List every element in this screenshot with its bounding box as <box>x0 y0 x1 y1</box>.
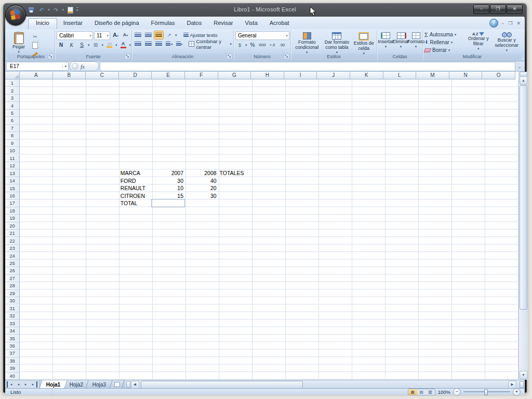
shrink-font-button[interactable]: A▾ <box>121 31 130 39</box>
tab-insertar[interactable]: Insertar <box>58 18 88 29</box>
insert-cells-button[interactable]: Insertar▾ <box>379 31 393 49</box>
sheet-cells[interactable]: MARCA20072008TOTALESFORD3040RENAULT1020C… <box>20 79 518 380</box>
increase-indent-icon[interactable]: ▸ <box>175 40 184 48</box>
column-header-E[interactable]: E <box>152 72 185 79</box>
workbook-restore-button[interactable]: ❐ <box>508 21 513 26</box>
tab-vista[interactable]: Vista <box>240 18 263 29</box>
tab-acrobat[interactable]: Acrobat <box>264 18 295 29</box>
row-header-6[interactable]: 6 <box>5 117 20 124</box>
orientation-icon[interactable]: ↗ <box>165 31 174 39</box>
row-header-28[interactable]: 28 <box>5 282 20 289</box>
font-color-icon[interactable]: A <box>119 41 128 49</box>
row-header-10[interactable]: 10 <box>5 147 20 154</box>
prev-sheet-icon[interactable]: ◂ <box>15 381 22 388</box>
cell-E15[interactable]: 10 <box>152 184 185 192</box>
format-as-table-button[interactable]: Dar formato como tabla▾ <box>323 31 352 56</box>
align-middle-icon[interactable] <box>144 31 153 39</box>
column-header-D[interactable]: D <box>119 72 152 79</box>
borders-icon[interactable]: ⊞ <box>91 41 100 49</box>
row-header-12[interactable]: 12 <box>5 162 20 169</box>
currency-format-icon[interactable]: $ <box>235 41 244 49</box>
cell-F14[interactable]: 40 <box>185 177 218 184</box>
column-header-B[interactable]: B <box>53 72 86 79</box>
decrease-indent-icon[interactable]: ◂ <box>165 40 174 48</box>
cell-styles-button[interactable]: Estilos de celda▾ <box>352 31 375 56</box>
column-header-A[interactable]: A <box>20 72 53 79</box>
zoom-slider[interactable] <box>463 391 510 392</box>
row-header-5[interactable]: 5 <box>5 110 20 117</box>
vertical-scroll-thumb[interactable] <box>520 85 527 310</box>
column-header-C[interactable]: C <box>86 72 119 79</box>
column-header-G[interactable]: G <box>218 72 251 79</box>
clear-button[interactable]: Borrar▾ <box>424 47 463 54</box>
percent-style-icon[interactable]: % <box>248 41 257 49</box>
find-select-button[interactable]: Buscar y seleccionar▾ <box>494 31 520 54</box>
row-header-9[interactable]: 9 <box>5 140 20 147</box>
align-center-icon[interactable] <box>144 40 153 48</box>
increase-decimal-icon[interactable]: +.0 <box>268 41 277 49</box>
row-header-27[interactable]: 27 <box>5 275 20 282</box>
column-header-J[interactable]: J <box>317 72 350 79</box>
borders-dropdown-icon[interactable]: ▾ <box>102 43 104 47</box>
cell-F15[interactable]: 20 <box>185 184 218 192</box>
cell-D16[interactable]: CITROEN <box>119 192 152 200</box>
column-header-O[interactable]: O <box>482 72 515 79</box>
row-header-14[interactable]: 14 <box>5 177 20 184</box>
zoom-level[interactable]: 100% <box>438 389 450 395</box>
help-icon[interactable]: ? <box>489 19 498 28</box>
row-header-2[interactable]: 2 <box>5 87 20 94</box>
next-sheet-icon[interactable]: ▸ <box>22 381 29 388</box>
row-header-26[interactable]: 26 <box>5 267 20 274</box>
scroll-left-icon[interactable]: ◀ <box>131 381 139 389</box>
zoom-out-icon[interactable]: − <box>453 388 461 396</box>
row-header-24[interactable]: 24 <box>5 252 20 259</box>
row-header-18[interactable]: 18 <box>5 207 20 215</box>
tab-inicio[interactable]: Inicio <box>28 18 57 29</box>
close-button[interactable]: ✕ <box>507 5 523 14</box>
dialog-launcher-alineacion[interactable] <box>227 54 232 59</box>
align-right-icon[interactable] <box>154 40 163 48</box>
row-header-3[interactable]: 3 <box>5 95 20 102</box>
row-header-11[interactable]: 11 <box>5 155 20 162</box>
conditional-formatting-button[interactable]: Formato condicional▾ <box>292 31 322 56</box>
expand-formula-bar-icon[interactable]: ⌄ <box>515 64 524 69</box>
row-header-32[interactable]: 32 <box>5 312 20 320</box>
row-header-16[interactable]: 16 <box>5 192 20 200</box>
row-header-25[interactable]: 25 <box>5 260 20 267</box>
cell-D13[interactable]: MARCA <box>119 169 152 177</box>
title-bar[interactable]: ↶ ▾ ↷ ▾ ▾ Libro1 - Microsoft Excel − ❐ ✕ <box>3 3 527 17</box>
row-header-38[interactable]: 38 <box>5 357 20 365</box>
tab-datos[interactable]: Datos <box>181 18 207 29</box>
fill-color-dropdown-icon[interactable]: ▾ <box>115 43 117 47</box>
row-header-36[interactable]: 36 <box>5 342 20 350</box>
tab-fórmulas[interactable]: Fórmulas <box>145 18 181 29</box>
row-header-40[interactable]: 40 <box>5 373 20 380</box>
font-color-dropdown-icon[interactable]: ▾ <box>129 43 131 47</box>
font-name-select[interactable]: Calibri▾ <box>57 31 93 40</box>
align-top-icon[interactable] <box>134 31 142 39</box>
align-left-icon[interactable] <box>134 40 142 48</box>
sheet-tab-hoja1[interactable]: Hoja1 <box>39 380 67 389</box>
font-size-select[interactable]: 11▾ <box>94 31 110 40</box>
row-header-22[interactable]: 22 <box>5 237 20 244</box>
cell-G13[interactable]: TOTALES <box>218 169 251 177</box>
row-header-31[interactable]: 31 <box>5 305 20 312</box>
zoom-slider-handle[interactable] <box>484 389 488 395</box>
row-header-29[interactable]: 29 <box>5 290 20 297</box>
insert-function-button[interactable]: fx <box>70 61 99 71</box>
column-header-M[interactable]: M <box>416 72 449 79</box>
row-header-35[interactable]: 35 <box>5 335 20 342</box>
select-all-corner[interactable] <box>5 72 20 79</box>
row-header-30[interactable]: 30 <box>5 297 20 304</box>
column-header-I[interactable]: I <box>284 72 317 79</box>
minimize-button[interactable]: − <box>473 5 489 14</box>
grow-font-button[interactable]: A▴ <box>111 31 120 39</box>
row-header-17[interactable]: 17 <box>5 200 20 207</box>
row-header-19[interactable]: 19 <box>5 215 20 222</box>
row-header-21[interactable]: 21 <box>5 230 20 237</box>
tab-diseño-de-página[interactable]: Diseño de página <box>89 18 145 29</box>
first-sheet-icon[interactable]: ◂ <box>7 381 15 388</box>
last-sheet-icon[interactable]: ▸ <box>30 381 37 388</box>
column-header-L[interactable]: L <box>383 72 417 79</box>
format-cells-button[interactable]: Formato▾ <box>409 31 423 49</box>
